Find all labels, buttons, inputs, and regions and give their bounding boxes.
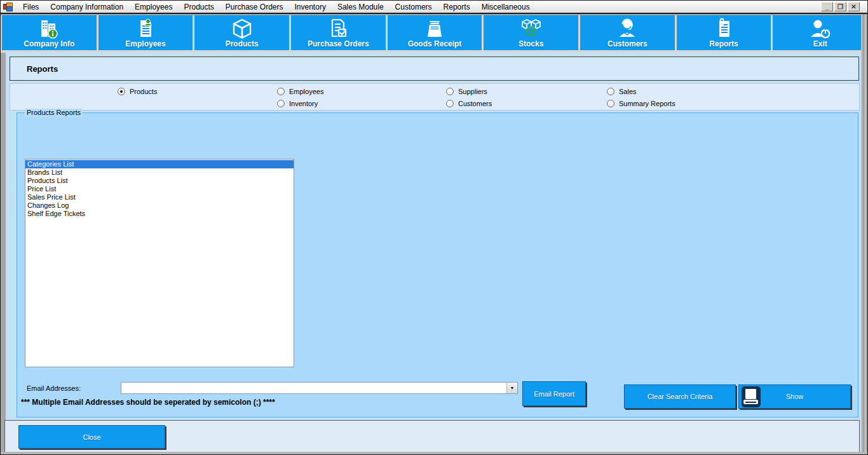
- list-item[interactable]: Categories List: [25, 160, 294, 168]
- group-legend: Products Reports: [25, 109, 83, 117]
- radio-customers[interactable]: Customers: [446, 99, 492, 108]
- menu-miscellaneous[interactable]: Miscellaneous: [476, 1, 536, 13]
- radio-circle: [607, 88, 614, 95]
- page-header-panel: Reports: [10, 57, 859, 81]
- radio-summary-reports[interactable]: Summary Reports: [607, 99, 675, 108]
- toolbar: Company Info Employees Products Purchas: [1, 15, 868, 53]
- show-button-label: Show: [786, 393, 804, 400]
- clear-button-label: Clear Search Criteria: [648, 393, 713, 400]
- radio-inventory[interactable]: Inventory: [277, 99, 323, 108]
- clear-search-criteria-button[interactable]: Clear Search Criteria: [624, 384, 736, 409]
- bottom-panel: Close: [4, 420, 860, 452]
- toolbar-exit-button[interactable]: Exit: [773, 15, 867, 50]
- app-icon: [3, 3, 13, 11]
- minimize-button[interactable]: _: [821, 2, 833, 11]
- chevron-down-icon[interactable]: ▼: [506, 383, 517, 393]
- stocks-cubes-icon: [518, 17, 545, 41]
- menu-employees[interactable]: Employees: [129, 1, 178, 13]
- radio-label: Customers: [458, 100, 492, 107]
- page-title: Reports: [27, 64, 58, 74]
- window-right-frame: [861, 15, 867, 455]
- radio-label: Sales: [619, 88, 637, 95]
- radio-circle: [277, 100, 285, 107]
- email-addresses-label: Email Addresses:: [27, 384, 81, 392]
- products-cube-icon: [229, 17, 255, 41]
- close-button-label: Close: [83, 433, 100, 441]
- list-item[interactable]: Shelf Edge Tickets: [25, 210, 294, 218]
- radio-suppliers[interactable]: Suppliers: [446, 87, 492, 96]
- toolbar-stocks-button[interactable]: Stocks: [484, 15, 578, 50]
- window-controls: _ ❐ ✕: [821, 2, 860, 11]
- radio-circle: [446, 88, 454, 95]
- radio-label: Employees: [289, 88, 323, 95]
- toolbar-purchase-orders-button[interactable]: Purchase Orders: [291, 15, 386, 50]
- company-info-icon: [36, 17, 62, 41]
- toolbar-reports-button[interactable]: Reports: [677, 15, 771, 50]
- menu-reports[interactable]: Reports: [438, 1, 476, 13]
- employees-icon: [132, 17, 159, 41]
- radio-circle: [277, 88, 285, 95]
- email-combobox-value[interactable]: [121, 383, 506, 393]
- radio-circle: [607, 100, 614, 107]
- window-bottom-frame: [1, 452, 868, 454]
- close-button[interactable]: Close: [18, 425, 165, 449]
- menu-customers[interactable]: Customers: [390, 1, 438, 13]
- show-button[interactable]: Show: [738, 384, 851, 409]
- toolbar-customers-button[interactable]: Customers: [580, 15, 675, 50]
- radio-sales[interactable]: Sales: [607, 87, 675, 96]
- menu-files[interactable]: Files: [17, 1, 44, 13]
- purchase-orders-icon: [325, 17, 351, 41]
- menu-inventory[interactable]: Inventory: [289, 1, 332, 13]
- report-type-panel: Products Employees Inventory Suppliers C…: [10, 83, 860, 111]
- email-addresses-combobox[interactable]: ▼: [121, 382, 518, 394]
- close-window-button[interactable]: ✕: [848, 2, 860, 11]
- radio-label: Products: [130, 88, 157, 95]
- radio-label: Summary Reports: [619, 100, 675, 107]
- menu-bar: Files Company Information Employees Prod…: [1, 1, 868, 14]
- radio-label: Inventory: [289, 100, 318, 107]
- list-item[interactable]: Changes Log: [25, 201, 294, 210]
- printer-icon: [742, 386, 761, 407]
- email-report-button-label: Email Report: [534, 390, 574, 398]
- menu-sales-module[interactable]: Sales Module: [332, 1, 390, 13]
- email-report-button[interactable]: Email Report: [522, 381, 586, 406]
- reports-form: Reports Products Employees Inventory Sup…: [6, 53, 862, 453]
- toolbar-products-button[interactable]: Products: [194, 15, 289, 50]
- list-item[interactable]: Sales Price List: [25, 193, 294, 201]
- menu-company-information[interactable]: Company Information: [44, 1, 129, 13]
- list-item[interactable]: Brands List: [25, 168, 294, 177]
- reports-listbox[interactable]: Categories List Brands List Products Lis…: [25, 159, 294, 367]
- menu-purchase-orders[interactable]: Purchase Orders: [220, 1, 289, 13]
- menu-products[interactable]: Products: [178, 1, 219, 13]
- toolbar-employees-button[interactable]: Employees: [98, 15, 193, 50]
- radio-circle: [118, 88, 125, 95]
- reports-icon: [710, 17, 737, 41]
- products-reports-group: Products Reports Categories List Brands …: [17, 112, 858, 418]
- list-item[interactable]: Products List: [25, 177, 294, 185]
- customers-icon: [614, 17, 641, 41]
- toolbar-company-info-button[interactable]: Company Info: [2, 15, 97, 50]
- radio-label: Suppliers: [458, 88, 487, 95]
- toolbar-goods-receipt-button[interactable]: Goods Receipt: [388, 15, 482, 50]
- radio-employees[interactable]: Employees: [277, 87, 323, 96]
- exit-icon: [807, 17, 834, 41]
- restore-button[interactable]: ❐: [834, 2, 846, 11]
- list-item[interactable]: Price List: [25, 185, 294, 193]
- radio-circle: [446, 100, 454, 107]
- radio-products[interactable]: Products: [118, 87, 157, 96]
- goods-receipt-icon: [421, 17, 448, 41]
- email-note: *** Multiple Email Addresses should be s…: [21, 398, 275, 407]
